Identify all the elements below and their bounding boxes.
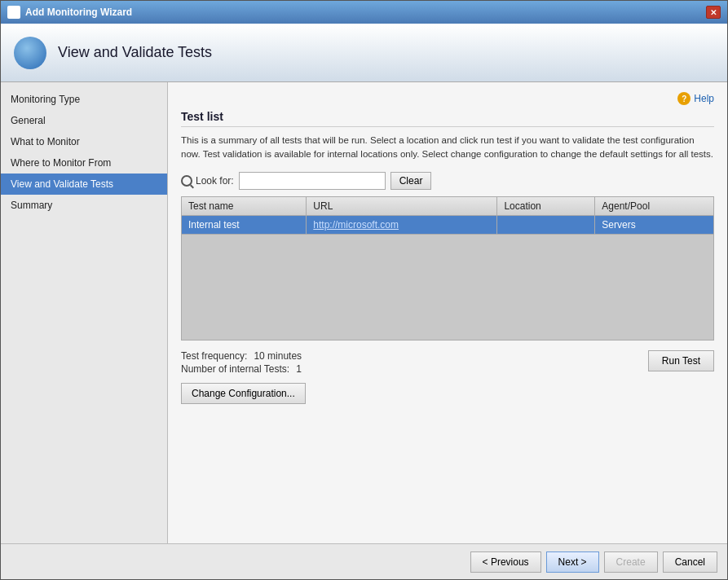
main-window: Add Monitoring Wizard ✕ View and Validat… bbox=[0, 0, 728, 580]
cell-url: http://microsoft.com bbox=[307, 215, 497, 234]
look-for-label: Look for: bbox=[181, 175, 234, 187]
title-bar: Add Monitoring Wizard ✕ bbox=[1, 1, 727, 24]
table-header-row: Test name URL Location Agent/Pool bbox=[182, 196, 714, 215]
sidebar-item-where-monitor-from[interactable]: Where to Monitor From bbox=[1, 152, 167, 174]
next-button[interactable]: Next > bbox=[546, 551, 599, 573]
help-link[interactable]: ? Help bbox=[677, 92, 714, 105]
test-frequency-label: Test frequency: bbox=[181, 350, 247, 362]
create-button[interactable]: Create bbox=[604, 551, 658, 573]
num-internal-label: Number of internal Tests: bbox=[181, 363, 289, 375]
previous-button[interactable]: < Previous bbox=[470, 551, 541, 573]
close-button[interactable]: ✕ bbox=[706, 6, 721, 19]
header-bar: View and Validate Tests bbox=[1, 24, 727, 82]
test-frequency-value: 10 minutes bbox=[254, 350, 302, 362]
main-content: ? Help Test list This is a summary of al… bbox=[168, 82, 727, 543]
search-icon bbox=[181, 175, 192, 187]
change-configuration-button[interactable]: Change Configuration... bbox=[181, 383, 306, 404]
num-internal-line: Number of internal Tests: 1 bbox=[181, 363, 302, 375]
sidebar-item-what-to-monitor[interactable]: What to Monitor bbox=[1, 131, 167, 152]
clear-button[interactable]: Clear bbox=[390, 172, 432, 190]
sidebar-item-summary[interactable]: Summary bbox=[1, 195, 167, 216]
cell-location bbox=[497, 215, 595, 234]
page-title: View and Validate Tests bbox=[58, 44, 212, 61]
num-internal-value: 1 bbox=[296, 363, 302, 375]
table-row[interactable]: Internal test http://microsoft.com Serve… bbox=[182, 215, 714, 234]
run-test-button[interactable]: Run Test bbox=[648, 350, 714, 371]
footer: < Previous Next > Create Cancel bbox=[1, 543, 727, 579]
col-test-name: Test name bbox=[182, 196, 307, 215]
sidebar-item-general[interactable]: General bbox=[1, 110, 167, 131]
col-location: Location bbox=[497, 196, 595, 215]
sidebar-item-monitoring-type[interactable]: Monitoring Type bbox=[1, 89, 167, 110]
change-config-row: Change Configuration... bbox=[181, 383, 714, 404]
help-label: Help bbox=[694, 93, 714, 104]
window-icon bbox=[7, 6, 20, 19]
col-agent-pool: Agent/Pool bbox=[595, 196, 714, 215]
help-icon: ? bbox=[677, 92, 690, 105]
section-title: Test list bbox=[181, 110, 714, 127]
test-table: Test name URL Location Agent/Pool Intern… bbox=[181, 196, 714, 341]
look-for-row: Look for: Clear bbox=[181, 172, 714, 190]
empty-cell bbox=[182, 234, 714, 340]
help-row: ? Help bbox=[181, 92, 714, 105]
test-frequency-line: Test frequency: 10 minutes bbox=[181, 350, 302, 362]
look-for-input[interactable] bbox=[239, 172, 386, 190]
wizard-icon bbox=[14, 37, 46, 69]
sidebar: Monitoring Type General What to Monitor … bbox=[1, 82, 168, 543]
cancel-button[interactable]: Cancel bbox=[663, 551, 717, 573]
col-url: URL bbox=[307, 196, 497, 215]
table-empty-row bbox=[182, 234, 714, 340]
info-labels: Test frequency: 10 minutes Number of int… bbox=[181, 350, 302, 375]
info-row: Test frequency: 10 minutes Number of int… bbox=[181, 350, 714, 375]
cell-test-name: Internal test bbox=[182, 215, 307, 234]
body: Monitoring Type General What to Monitor … bbox=[1, 82, 727, 543]
cell-agent-pool: Servers bbox=[595, 215, 714, 234]
sidebar-item-view-validate[interactable]: View and Validate Tests bbox=[1, 174, 167, 195]
description-text: This is a summary of all tests that will… bbox=[181, 134, 714, 162]
window-title: Add Monitoring Wizard bbox=[25, 7, 132, 18]
